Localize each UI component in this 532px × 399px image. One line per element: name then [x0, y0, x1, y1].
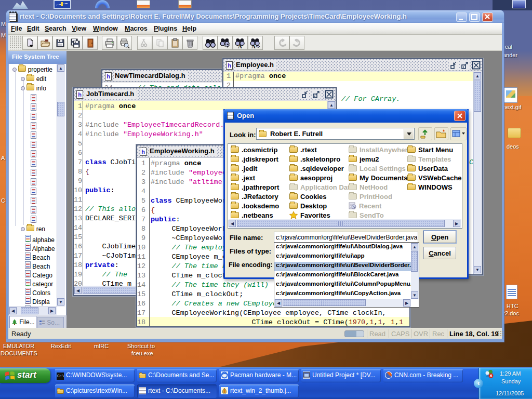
svg-text:C:\: C:\	[57, 374, 64, 378]
svg-text:A: A	[238, 43, 242, 48]
svg-text:A: A	[251, 43, 256, 48]
